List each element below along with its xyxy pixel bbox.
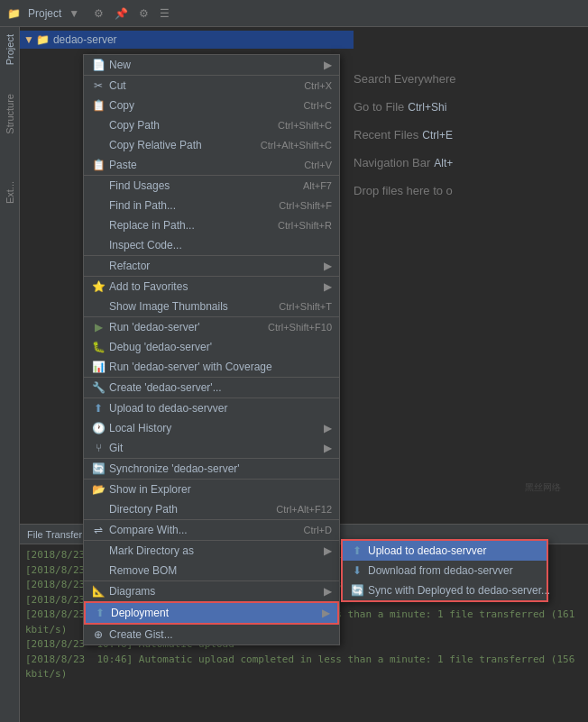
- menu-item-copy-path[interactable]: Copy Path Ctrl+Shift+C: [84, 115, 339, 135]
- menu-item-find-usages[interactable]: Find Usages Alt+F7: [84, 176, 339, 196]
- menu-item-run[interactable]: ▶ Run 'dedao-server' Ctrl+Shift+F10: [84, 317, 339, 337]
- arrow-new: ▶: [324, 59, 332, 71]
- sidebar-item-structure[interactable]: Structure: [5, 90, 15, 138]
- menu-item-local-history[interactable]: 🕐 Local History ▶: [84, 418, 339, 438]
- menu-item-debug[interactable]: 🐛 Debug 'dedao-server': [84, 337, 339, 357]
- menu-item-deployment[interactable]: ⬆ Deployment ▶: [84, 601, 339, 625]
- bottom-panel-title: File Transfer: [27, 529, 82, 540]
- shortcut-paste: Ctrl+V: [304, 160, 332, 170]
- menu-item-thumbnails[interactable]: Show Image Thumbnails Ctrl+Shift+T: [84, 297, 339, 316]
- tree-arrow: ▼: [23, 33, 34, 46]
- arrow-refactor: ▶: [324, 260, 332, 272]
- arrow-favorites: ▶: [324, 280, 332, 293]
- menu-label-diagrams: Diagrams: [109, 585, 320, 598]
- coverage-icon: 📊: [91, 360, 106, 374]
- thumbnails-icon: [91, 299, 106, 314]
- top-toolbar: 📁 Project ▼ ⚙ 📌 ⚙ ☰: [0, 0, 588, 27]
- menu-label-cut: Cut: [109, 79, 297, 92]
- hint-search-label: Search Everywhere: [354, 72, 455, 86]
- settings-icon[interactable]: ⚙: [94, 7, 104, 20]
- explorer-icon: 📂: [91, 482, 106, 497]
- submenu-item-upload[interactable]: ⬆ Upload to dedao-servver: [343, 541, 547, 561]
- submenu-sync-icon: 🔄: [350, 583, 364, 598]
- gist-icon: ⊕: [91, 627, 106, 642]
- menu-label-remove-bom: Remove BOM: [109, 564, 332, 577]
- menu-item-find-path[interactable]: Find in Path... Ctrl+Shift+F: [84, 196, 339, 215]
- menu-item-explorer[interactable]: 📂 Show in Explorer: [84, 480, 339, 499]
- layout-icon[interactable]: ☰: [160, 7, 170, 20]
- menu-label-find-path: Find in Path...: [109, 199, 271, 212]
- submenu-label-sync: Sync with Deployed to dedao-server...: [368, 584, 550, 597]
- menu-item-mark-dir[interactable]: Mark Directory as ▶: [84, 541, 339, 561]
- submenu-download-icon: ⬇: [350, 563, 364, 578]
- arrow-history: ▶: [324, 422, 332, 434]
- log-line-7: [2018/8/23 10:46] Automatic upload compl…: [25, 653, 583, 682]
- tree-root-label: dedao-server: [53, 33, 117, 46]
- new-icon: 📄: [91, 58, 106, 72]
- folder-icon: 📁: [36, 33, 50, 46]
- menu-item-coverage[interactable]: 📊 Run 'dedao-server' with Coverage: [84, 357, 339, 377]
- menu-item-cut[interactable]: ✂ Cut Ctrl+X: [84, 76, 339, 96]
- context-menu: 📄 New ▶ ✂ Cut Ctrl+X 📋 Copy Ctrl+C Copy …: [83, 54, 340, 645]
- menu-item-remove-bom[interactable]: Remove BOM: [84, 561, 339, 580]
- watermark: 黑丝网络: [507, 461, 579, 515]
- shortcut-find-path: Ctrl+Shift+F: [279, 200, 332, 211]
- submenu-item-download[interactable]: ⬇ Download from dedao-servver: [343, 561, 547, 580]
- menu-item-compare[interactable]: ⇌ Compare With... Ctrl+D: [84, 520, 339, 540]
- hint-recent-key: Ctrl+E: [422, 129, 453, 142]
- shortcut-cut: Ctrl+X: [304, 80, 332, 91]
- hint-drop: Drop files here to o: [354, 184, 579, 197]
- toolbar-title: 📁 Project ▼ ⚙ 📌 ⚙ ☰: [7, 7, 170, 20]
- menu-item-replace-path[interactable]: Replace in Path... Ctrl+Shift+R: [84, 215, 339, 235]
- menu-label-copy-path: Copy Path: [109, 119, 271, 132]
- menu-item-paste[interactable]: 📋 Paste Ctrl+V: [84, 155, 339, 175]
- shortcut-replace-path: Ctrl+Shift+R: [278, 220, 332, 231]
- submenu-item-sync[interactable]: 🔄 Sync with Deployed to dedao-server...: [343, 580, 547, 600]
- watermark-text: 黑丝网络: [525, 481, 561, 494]
- menu-label-sync: Synchronize 'dedao-server': [109, 462, 332, 475]
- menu-item-favorites[interactable]: ⭐ Add to Favorites ▶: [84, 277, 339, 297]
- shortcut-dir-path: Ctrl+Alt+F12: [276, 504, 332, 515]
- menu-label-thumbnails: Show Image Thumbnails: [109, 300, 271, 313]
- menu-item-new[interactable]: 📄 New ▶: [84, 55, 339, 75]
- sync-icon: 🔄: [91, 462, 106, 476]
- menu-item-refactor[interactable]: Refactor ▶: [84, 256, 339, 276]
- refactor-icon: [91, 259, 106, 273]
- menu-item-create[interactable]: 🔧 Create 'dedao-server'...: [84, 378, 339, 398]
- menu-item-sync[interactable]: 🔄 Synchronize 'dedao-server': [84, 459, 339, 479]
- hint-goto-label: Go to File: [354, 100, 404, 114]
- sidebar-item-extra[interactable]: Ext...: [5, 178, 15, 207]
- arrow-git: ▶: [324, 442, 332, 454]
- copy-relative-icon: [91, 138, 106, 152]
- menu-item-inspect[interactable]: Inspect Code...: [84, 235, 339, 255]
- project-icon: 📁: [7, 7, 21, 20]
- menu-item-copy[interactable]: 📋 Copy Ctrl+C: [84, 96, 339, 115]
- pin-icon[interactable]: 📌: [115, 7, 128, 20]
- menu-item-upload[interactable]: ⬆ Upload to dedao-servver: [84, 398, 339, 418]
- sidebar-item-project[interactable]: Project: [5, 31, 15, 69]
- config-icon[interactable]: ⚙: [139, 7, 149, 20]
- menu-label-mark-dir: Mark Directory as: [109, 544, 320, 557]
- hint-goto: Go to File Ctrl+Shi: [354, 100, 579, 114]
- history-icon: 🕐: [91, 421, 106, 435]
- menu-item-dir-path[interactable]: Directory Path Ctrl+Alt+F12: [84, 499, 339, 519]
- menu-label-inspect: Inspect Code...: [109, 239, 332, 251]
- hint-recent-label: Recent Files: [354, 128, 418, 142]
- toolbar-title-text: Project: [28, 7, 61, 20]
- hint-recent: Recent Files Ctrl+E: [354, 128, 579, 142]
- shortcut-compare: Ctrl+D: [304, 525, 332, 535]
- tree-item-root[interactable]: ▼ 📁 dedao-server: [20, 31, 354, 49]
- menu-item-create-gist[interactable]: ⊕ Create Gist...: [84, 625, 339, 644]
- menu-item-diagrams[interactable]: 📐 Diagrams ▶: [84, 581, 339, 601]
- menu-item-copy-relative[interactable]: Copy Relative Path Ctrl+Alt+Shift+C: [84, 135, 339, 155]
- menu-item-git[interactable]: ⑂ Git ▶: [84, 438, 339, 458]
- favorites-icon: ⭐: [91, 279, 106, 294]
- paste-icon: 📋: [91, 158, 106, 172]
- shortcut-copy-relative: Ctrl+Alt+Shift+C: [261, 140, 332, 151]
- shortcut-copy-path: Ctrl+Shift+C: [278, 120, 332, 131]
- menu-label-new: New: [109, 59, 320, 71]
- dropdown-arrow[interactable]: ▼: [69, 7, 79, 20]
- menu-label-paste: Paste: [109, 159, 297, 171]
- shortcut-copy: Ctrl+C: [304, 100, 332, 111]
- run-icon: ▶: [91, 320, 106, 334]
